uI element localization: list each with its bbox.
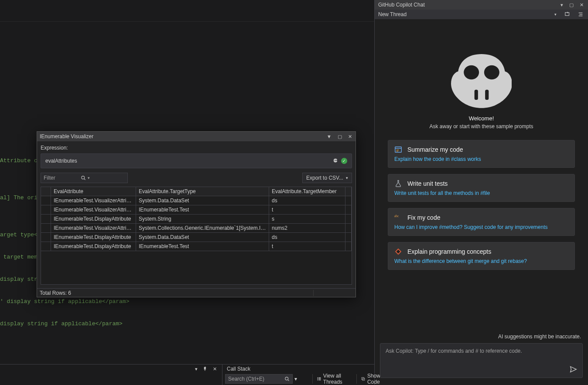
table-row[interactable]: IEnumerableTest.VisualizerAttribute IEnu…: [41, 205, 352, 215]
svg-point-19: [484, 65, 499, 80]
thread-dropdown-icon[interactable]: ▾: [554, 12, 557, 17]
svg-rect-8: [319, 378, 321, 379]
welcome-subtext: Ask away or start with these sample prom…: [429, 123, 533, 129]
total-rows: Total Rows: 6: [40, 290, 71, 296]
expression-label: Expression:: [41, 145, 352, 151]
menu-icon[interactable]: [577, 11, 585, 17]
view-all-threads-button[interactable]: View all Threads: [312, 374, 356, 384]
svg-rect-10: [362, 378, 364, 380]
new-thread-icon[interactable]: [564, 11, 571, 17]
maximize-icon[interactable]: ▢: [337, 134, 343, 140]
window-dropdown-icon[interactable]: ▾: [560, 2, 564, 8]
svg-rect-7: [319, 378, 321, 378]
table-row[interactable]: IEnumerableTest.VisualizerAttribute Syst…: [41, 224, 352, 233]
copilot-icon[interactable]: [332, 158, 338, 164]
prompt-card-fix[interactable]: abc Fix my code How can I improve #metho…: [388, 208, 575, 236]
svg-point-2: [285, 377, 288, 380]
col-targetmember[interactable]: EvalAttribute.TargetMember: [269, 187, 345, 196]
prompt-card-tests[interactable]: Write unit tests Write unit tests for al…: [388, 174, 575, 202]
expression-value: evalAttributes: [45, 158, 332, 164]
window-dropdown-icon[interactable]: ▼: [326, 134, 332, 140]
svg-rect-5: [317, 378, 318, 379]
panel-dropdown-icon[interactable]: ▾: [194, 366, 198, 372]
svg-rect-22: [395, 147, 401, 153]
prompt-card-explain[interactable]: Explain programming concepts What is the…: [388, 242, 575, 270]
pin-icon[interactable]: [202, 366, 209, 371]
table-row[interactable]: IEnumerableTest.VisualizerAttribute Syst…: [41, 196, 352, 205]
callstack-search[interactable]: Search (Ctrl+E): [225, 374, 293, 384]
svg-rect-11: [362, 378, 365, 380]
bottom-left-panel: ▾ ✕: [0, 365, 222, 385]
chevron-down-icon: ▾: [346, 176, 348, 180]
concepts-icon: [394, 248, 402, 256]
row-header-spacer: [41, 187, 51, 196]
close-icon[interactable]: ✕: [347, 134, 353, 140]
svg-rect-21: [485, 90, 489, 100]
search-icon: [81, 175, 86, 181]
thread-label: New Thread: [378, 11, 554, 17]
svg-rect-12: [565, 13, 569, 16]
expression-valid-icon: ✓: [341, 158, 347, 164]
svg-point-0: [82, 176, 85, 179]
visualizer-window: IEnumerable Visualizer ▼ ▢ ✕ Expression:…: [37, 131, 356, 297]
copilot-thread-bar: New Thread ▾: [375, 10, 588, 19]
send-icon[interactable]: [569, 365, 577, 373]
summarize-icon: [394, 146, 402, 153]
copilot-logo-icon: [451, 54, 512, 106]
table-row[interactable]: IEnumerableTest.DisplayAttribute IEnumer…: [41, 242, 352, 251]
search-caret-icon[interactable]: ▾: [293, 376, 299, 382]
prompt-card-summarize[interactable]: Summarize my code Explain how the code i…: [388, 140, 575, 168]
svg-line-1: [84, 179, 85, 180]
abc-icon: abc: [394, 214, 402, 221]
filter-input[interactable]: Filter ▾: [41, 173, 128, 183]
copilot-titlebar[interactable]: GitHub Copilot Chat ▾ ▢ ✕: [375, 0, 588, 10]
editor-area: Attribute class al] The originating asse…: [0, 22, 374, 364]
close-icon[interactable]: ✕: [579, 2, 585, 8]
close-icon[interactable]: ✕: [212, 366, 218, 372]
search-icon: [284, 376, 290, 382]
filter-caret-icon[interactable]: ▾: [88, 176, 125, 180]
svg-point-18: [464, 65, 479, 80]
welcome-text: Welcome!: [469, 115, 494, 122]
disclaimer-text: AI suggestions might be inaccurate.: [380, 334, 583, 343]
data-grid[interactable]: EvalAttribute EvalAttribute.TargetType E…: [41, 187, 352, 285]
svg-rect-9: [319, 380, 321, 380]
threads-icon: [317, 376, 321, 382]
svg-rect-20: [474, 90, 478, 100]
external-code-icon: [361, 376, 365, 382]
copilot-chat-panel: GitHub Copilot Chat ▾ ▢ ✕ New Thread ▾: [374, 0, 588, 385]
col-evalattribute[interactable]: EvalAttribute: [51, 187, 136, 196]
table-row[interactable]: IEnumerableTest.DisplayAttribute System.…: [41, 233, 352, 242]
copilot-input[interactable]: Ask Copilot: Type / for commands and # t…: [380, 343, 583, 378]
svg-text:abc: abc: [394, 214, 399, 218]
visualizer-titlebar[interactable]: IEnumerable Visualizer ▼ ▢ ✕: [37, 132, 356, 141]
svg-rect-4: [317, 378, 318, 378]
flask-icon: [394, 180, 402, 187]
copilot-title: GitHub Copilot Chat: [378, 2, 560, 8]
expression-box: evalAttributes ✓: [41, 153, 352, 168]
table-row[interactable]: IEnumerableTest.DisplayAttribute System.…: [41, 215, 352, 224]
col-targettype[interactable]: EvalAttribute.TargetType: [136, 187, 269, 196]
svg-rect-6: [317, 380, 318, 380]
maximize-icon[interactable]: ▢: [568, 2, 574, 8]
visualizer-title: IEnumerable Visualizer: [40, 133, 326, 140]
visualizer-statusbar: Total Rows: 6: [37, 288, 356, 297]
export-csv-button[interactable]: Export to CSV... ▾: [302, 173, 352, 183]
table-header-row: EvalAttribute EvalAttribute.TargetType E…: [41, 187, 352, 196]
svg-line-3: [288, 380, 289, 381]
